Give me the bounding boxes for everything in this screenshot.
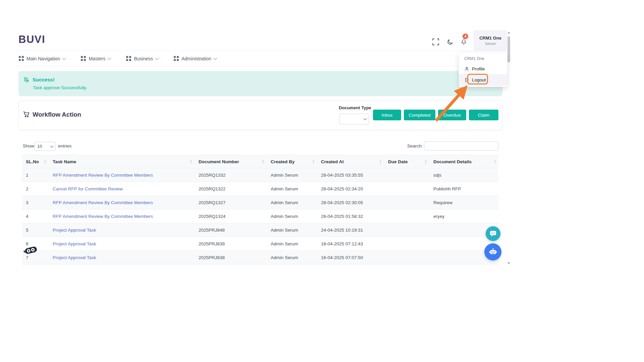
person-icon: [464, 66, 469, 71]
column-header-created-by[interactable]: Created By▲▼: [267, 155, 317, 168]
menu-item-profile[interactable]: Profile: [459, 64, 507, 74]
column-header-due-date[interactable]: Due Date▲▼: [384, 155, 429, 168]
task-name-link[interactable]: RFP Amendment Review By Committee Member…: [53, 173, 153, 178]
task-name-link[interactable]: Project Approval Task: [53, 228, 96, 233]
cell-due_date: [384, 168, 429, 182]
claim-button[interactable]: Claim: [469, 110, 498, 120]
bell-icon: [460, 39, 467, 46]
scroll-down-arrow[interactable]: ▼: [506, 261, 511, 265]
nav-item-business[interactable]: Business: [126, 56, 158, 61]
sort-icon: ▲▼: [44, 160, 46, 164]
cell-details: sdjs: [429, 168, 498, 182]
column-header-slno[interactable]: SL.No▲▼: [22, 155, 49, 168]
column-header-document-number[interactable]: Document Number▲▼: [195, 155, 267, 168]
nav-label: Administration: [181, 56, 211, 61]
grid-icon: [19, 56, 24, 61]
user-menu-header: CRM1 One: [464, 56, 484, 61]
table-row: 1RFP Amendment Review By Committee Membe…: [22, 168, 498, 182]
cell-created_at: 16-04-2025 07:07:50: [317, 251, 384, 264]
workflow-table: SL.No▲▼ Task Name▲▼ Document Number▲▼ Cr…: [22, 155, 498, 264]
table-body: 1RFP Amendment Review By Committee Membe…: [22, 168, 498, 264]
cell-task: Project Approval Task: [49, 237, 195, 250]
cell-details: eryey: [429, 209, 498, 223]
task-name-link[interactable]: RFP Amendment Review By Committee Member…: [53, 200, 153, 205]
cell-due_date: [384, 182, 429, 195]
dark-mode-button[interactable]: [445, 38, 454, 46]
cell-sl: 3: [22, 196, 49, 209]
nav-label: Main Navigation: [26, 56, 60, 61]
cell-created_at: 28-04-2025 02:30:05: [317, 196, 384, 209]
user-menu-trigger[interactable]: CRM1 One Serum: [474, 30, 507, 51]
robot-icon: [489, 248, 497, 256]
menu-item-label: Logout: [472, 77, 486, 82]
menu-item-logout[interactable]: Logout: [459, 74, 507, 86]
cell-doc_number: 2025PRJ838: [195, 251, 267, 264]
cell-sl: 4: [22, 209, 49, 223]
cell-created_at: 28-04-2025 02:34:20: [317, 182, 384, 195]
task-name-link[interactable]: RFP Amendment Review By Committee Member…: [53, 214, 153, 219]
task-name-link[interactable]: Project Approval Task: [53, 255, 96, 260]
document-type-select[interactable]: [339, 114, 369, 124]
table-row: 4RFP Amendment Review By Committee Membe…: [22, 209, 498, 223]
cell-task: RFP Amendment Review By Committee Member…: [49, 168, 195, 182]
cell-created_by: Admin Serum: [267, 168, 317, 182]
cell-created_by: Admin Serum: [267, 196, 317, 209]
cell-details: Publishh RFP: [429, 182, 498, 195]
table-header-row: SL.No▲▼ Task Name▲▼ Document Number▲▼ Cr…: [22, 155, 498, 168]
column-header-created-at[interactable]: Created At▲▼: [317, 155, 384, 168]
chat-fab-button[interactable]: [486, 226, 500, 241]
fullscreen-button[interactable]: [431, 38, 440, 46]
cart-icon: [23, 111, 30, 119]
nav-item-masters[interactable]: Masters: [81, 56, 111, 61]
app-logo: BUVI: [18, 34, 45, 46]
cell-task: Project Approval Task: [49, 223, 195, 237]
sort-icon: ▲▼: [379, 160, 382, 164]
task-name-link[interactable]: Cancel RFP for Committee Review: [53, 186, 123, 191]
column-header-task-name[interactable]: Task Name▲▼: [49, 155, 195, 168]
table-row: 3RFP Amendment Review By Committee Membe…: [22, 196, 498, 209]
overdue-button[interactable]: Overdue: [438, 110, 466, 120]
cell-created_at: 28-04-2025 03:35:55: [317, 168, 384, 182]
grid-icon: [81, 56, 86, 61]
menu-item-label: Profile: [472, 66, 485, 71]
chevron-down-icon: [155, 56, 159, 60]
search-label: Search:: [407, 143, 423, 148]
document-type-select-control[interactable]: [339, 114, 369, 124]
cell-due_date: [384, 196, 429, 209]
completed-button[interactable]: Completed: [404, 110, 435, 120]
nav-item-administration[interactable]: Administration: [174, 56, 217, 61]
cell-task: Project Approval Task: [49, 251, 195, 264]
cell-created_by: Admin Serum: [267, 209, 317, 223]
cell-sl: 1: [22, 168, 49, 182]
scrollbar-thumb[interactable]: [507, 36, 510, 62]
vertical-scrollbar[interactable]: ▲ ▼: [506, 31, 511, 265]
scroll-up-arrow[interactable]: ▲: [506, 31, 511, 34]
cell-created_at: 28-04-2025 01:58:32: [317, 209, 384, 223]
page-size-select-control[interactable]: 10: [34, 142, 56, 151]
table-row: 2Cancel RFP for Committee Review2025RQ13…: [22, 182, 498, 196]
cell-created_by: Admin Serum: [267, 251, 317, 264]
notification-count-badge: 4: [463, 34, 468, 39]
cell-task: Cancel RFP for Committee Review: [49, 182, 195, 195]
column-header-document-details[interactable]: Document Details▲▼: [429, 155, 498, 168]
page-size-select[interactable]: 10: [34, 142, 56, 151]
table-row: 5Project Approval Task2025PRJ848Admin Se…: [22, 223, 498, 237]
assistant-fab-button[interactable]: [484, 243, 501, 260]
cell-created_at: 16-04-2025 07:12:43: [317, 237, 384, 250]
bell-slash-icon: [23, 76, 30, 85]
cell-details: Requirew: [429, 196, 498, 209]
alert-message: Task approve Successfully.: [33, 85, 87, 90]
sort-icon: ▲▼: [494, 160, 496, 164]
inbox-button[interactable]: Inbox: [373, 110, 401, 120]
user-role: Serum: [485, 42, 496, 46]
cell-doc_number: 2025RQ1324: [195, 209, 267, 223]
logout-icon: [464, 77, 469, 82]
cell-created_at: 24-04-2025 10:19:31: [317, 223, 384, 237]
nav-label: Masters: [89, 56, 105, 61]
cell-due_date: [384, 209, 429, 223]
sort-icon: ▲▼: [425, 160, 427, 164]
nav-item-main-navigation[interactable]: Main Navigation: [19, 56, 65, 61]
cell-task: RFP Amendment Review By Committee Member…: [49, 196, 195, 209]
search-input[interactable]: [424, 141, 498, 150]
task-name-link[interactable]: Project Approval Task: [53, 241, 96, 246]
